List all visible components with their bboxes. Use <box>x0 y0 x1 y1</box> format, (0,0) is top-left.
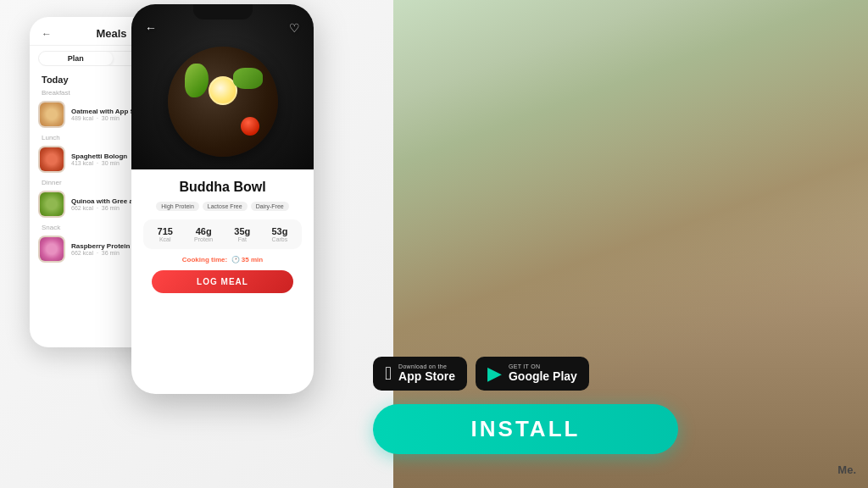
tomato-visual <box>241 117 259 136</box>
recipe-tags: High Protein Lactose Free Dairy-Free <box>143 202 302 211</box>
recipe-image: ← ♡ <box>131 4 314 169</box>
stat-calories: 715 Kcal <box>158 226 173 242</box>
phone-notch <box>193 4 253 19</box>
recipe-name: Buddha Bowl <box>143 180 302 195</box>
breakfast-image <box>40 103 64 126</box>
dinner-image <box>40 192 64 216</box>
store-buttons-container:  Download on the App Store ▶ GET IT ON … <box>373 357 589 391</box>
tag-lactose-free: Lactose Free <box>203 202 248 211</box>
cooking-time: Cooking time: 🕐 35 min <box>143 256 302 263</box>
brand-logo: Me. <box>837 463 856 476</box>
recipe-stats: 715 Kcal 46g Protein 35g Fat 53g Carbs <box>143 219 302 249</box>
stat-fat: 35g Fat <box>234 226 250 242</box>
google-play-icon: ▶ <box>487 364 502 383</box>
snack-image <box>40 237 64 261</box>
meal-thumb-lunch <box>38 146 65 173</box>
meal-thumb-breakfast <box>38 101 65 128</box>
lunch-image <box>40 147 64 171</box>
phone-nav: ← ♡ <box>131 21 314 35</box>
install-button[interactable]: INSTALL <box>373 404 678 454</box>
back-icon[interactable]: ← <box>145 21 157 35</box>
google-play-mainlabel: Google Play <box>509 369 577 384</box>
tab-plan[interactable]: Plan <box>39 52 113 65</box>
apple-icon:  <box>385 364 392 383</box>
google-play-text: GET IT ON Google Play <box>509 363 577 384</box>
back-arrow-icon: ← <box>42 28 52 40</box>
google-play-sublabel: GET IT ON <box>509 363 577 369</box>
app-store-text: Download on the App Store <box>398 363 455 384</box>
meal-thumb-dinner <box>38 191 65 218</box>
meal-thumb-snack <box>38 236 65 263</box>
google-play-button[interactable]: ▶ GET IT ON Google Play <box>476 357 589 391</box>
log-meal-button[interactable]: LOG MEAL <box>152 270 293 293</box>
greens-visual <box>233 68 263 89</box>
tag-dairy-free: Dairy-Free <box>251 202 289 211</box>
avocado-visual <box>185 64 209 97</box>
bowl-visual <box>168 47 278 157</box>
stat-carbs: 53g Carbs <box>271 226 287 242</box>
install-label: INSTALL <box>471 416 581 441</box>
app-store-button[interactable]:  Download on the App Store <box>373 357 467 391</box>
favorite-icon[interactable]: ♡ <box>289 21 300 35</box>
app-store-sublabel: Download on the <box>398 363 455 369</box>
app-store-mainlabel: App Store <box>398 369 455 384</box>
tag-high-protein: High Protein <box>156 202 199 211</box>
phone-front-mockup: ← ♡ Buddha Bowl High Protein Lactose Fre… <box>131 4 314 394</box>
stat-protein: 46g Protein <box>194 226 213 242</box>
recipe-details: Buddha Bowl High Protein Lactose Free Da… <box>131 169 314 293</box>
meals-title: Meals <box>96 27 126 40</box>
